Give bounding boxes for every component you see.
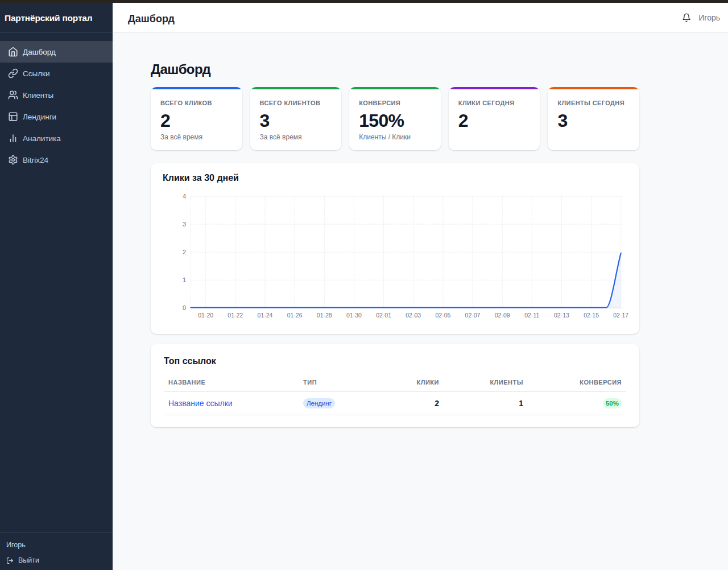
svg-text:02-09: 02-09 xyxy=(495,312,510,319)
svg-text:02-05: 02-05 xyxy=(435,312,450,319)
svg-text:02-15: 02-15 xyxy=(584,312,599,319)
svg-text:01-28: 01-28 xyxy=(317,312,332,319)
svg-text:02-01: 02-01 xyxy=(376,312,391,319)
svg-text:4: 4 xyxy=(183,193,186,200)
svg-text:02-07: 02-07 xyxy=(465,312,481,319)
svg-text:3: 3 xyxy=(183,221,186,228)
svg-text:02-13: 02-13 xyxy=(554,312,569,319)
svg-text:01-20: 01-20 xyxy=(198,312,213,319)
svg-text:01-22: 01-22 xyxy=(228,312,243,319)
svg-text:02-17: 02-17 xyxy=(613,312,628,319)
svg-text:01-24: 01-24 xyxy=(258,312,273,319)
svg-text:2: 2 xyxy=(183,249,186,255)
svg-text:02-03: 02-03 xyxy=(406,312,421,319)
svg-text:02-11: 02-11 xyxy=(524,312,539,319)
svg-text:0: 0 xyxy=(183,304,186,311)
svg-text:01-30: 01-30 xyxy=(346,312,362,319)
svg-text:1: 1 xyxy=(183,276,186,283)
svg-text:01-26: 01-26 xyxy=(287,312,303,319)
